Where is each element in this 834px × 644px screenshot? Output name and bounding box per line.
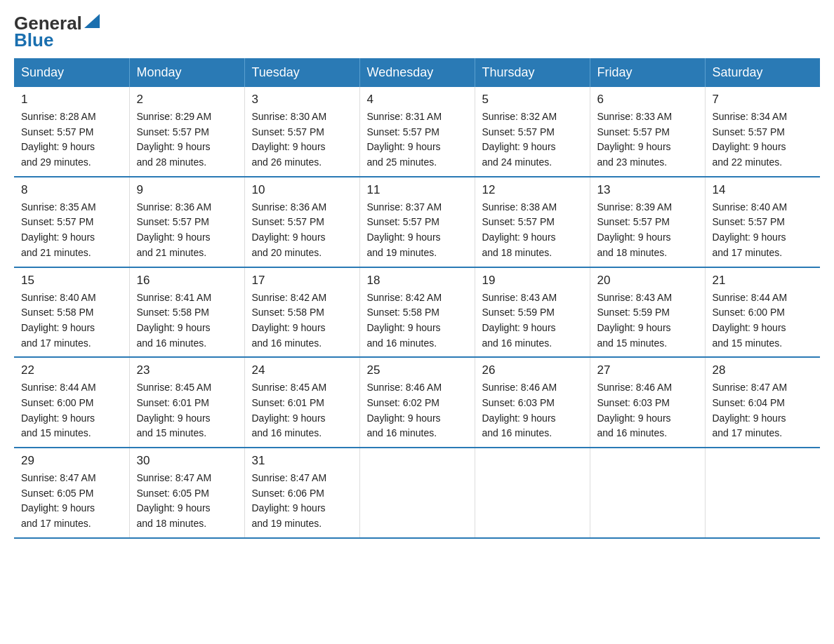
day-info: Sunrise: 8:41 AMSunset: 5:58 PMDaylight:… xyxy=(137,290,237,351)
day-cell-8: 8Sunrise: 8:35 AMSunset: 5:57 PMDaylight… xyxy=(14,177,129,267)
weekday-header-thursday: Thursday xyxy=(475,58,590,87)
day-cell-30: 30Sunrise: 8:47 AMSunset: 6:05 PMDayligh… xyxy=(129,448,244,538)
day-number: 28 xyxy=(713,363,814,377)
day-info: Sunrise: 8:34 AMSunset: 5:57 PMDaylight:… xyxy=(713,109,814,170)
day-cell-4: 4Sunrise: 8:31 AMSunset: 5:57 PMDaylight… xyxy=(359,87,475,177)
day-info: Sunrise: 8:36 AMSunset: 5:57 PMDaylight:… xyxy=(137,200,237,261)
empty-cell xyxy=(705,448,820,538)
day-info: Sunrise: 8:42 AMSunset: 5:58 PMDaylight:… xyxy=(252,290,352,351)
calendar-table: SundayMondayTuesdayWednesdayThursdayFrid… xyxy=(14,58,820,539)
logo: General Blue xyxy=(14,14,100,51)
day-number: 15 xyxy=(21,274,122,288)
day-cell-26: 26Sunrise: 8:46 AMSunset: 6:03 PMDayligh… xyxy=(475,357,590,448)
day-info: Sunrise: 8:39 AMSunset: 5:57 PMDaylight:… xyxy=(597,200,698,261)
weekday-header-tuesday: Tuesday xyxy=(244,58,359,87)
week-row-5: 29Sunrise: 8:47 AMSunset: 6:05 PMDayligh… xyxy=(14,448,820,538)
day-cell-6: 6Sunrise: 8:33 AMSunset: 5:57 PMDaylight… xyxy=(590,87,705,177)
day-cell-21: 21Sunrise: 8:44 AMSunset: 6:00 PMDayligh… xyxy=(705,267,820,358)
day-number: 10 xyxy=(252,183,352,197)
day-cell-11: 11Sunrise: 8:37 AMSunset: 5:57 PMDayligh… xyxy=(359,177,475,267)
day-number: 21 xyxy=(713,274,814,288)
day-cell-22: 22Sunrise: 8:44 AMSunset: 6:00 PMDayligh… xyxy=(14,357,129,448)
empty-cell xyxy=(590,448,705,538)
day-cell-1: 1Sunrise: 8:28 AMSunset: 5:57 PMDaylight… xyxy=(14,87,129,177)
day-cell-3: 3Sunrise: 8:30 AMSunset: 5:57 PMDaylight… xyxy=(244,87,359,177)
weekday-header-row: SundayMondayTuesdayWednesdayThursdayFrid… xyxy=(14,58,820,87)
day-cell-14: 14Sunrise: 8:40 AMSunset: 5:57 PMDayligh… xyxy=(705,177,820,267)
day-info: Sunrise: 8:33 AMSunset: 5:57 PMDaylight:… xyxy=(597,109,698,170)
day-cell-20: 20Sunrise: 8:43 AMSunset: 5:59 PMDayligh… xyxy=(590,267,705,358)
week-row-3: 15Sunrise: 8:40 AMSunset: 5:58 PMDayligh… xyxy=(14,267,820,358)
day-cell-19: 19Sunrise: 8:43 AMSunset: 5:59 PMDayligh… xyxy=(475,267,590,358)
day-info: Sunrise: 8:44 AMSunset: 6:00 PMDaylight:… xyxy=(21,380,122,441)
day-number: 1 xyxy=(21,93,122,107)
day-number: 5 xyxy=(482,93,583,107)
week-row-2: 8Sunrise: 8:35 AMSunset: 5:57 PMDaylight… xyxy=(14,177,820,267)
svg-marker-0 xyxy=(84,14,100,28)
day-cell-15: 15Sunrise: 8:40 AMSunset: 5:58 PMDayligh… xyxy=(14,267,129,358)
day-info: Sunrise: 8:47 AMSunset: 6:05 PMDaylight:… xyxy=(21,471,122,532)
day-number: 7 xyxy=(713,93,814,107)
day-cell-17: 17Sunrise: 8:42 AMSunset: 5:58 PMDayligh… xyxy=(244,267,359,358)
logo-triangle-icon xyxy=(84,14,100,28)
day-number: 17 xyxy=(252,274,352,288)
day-info: Sunrise: 8:42 AMSunset: 5:58 PMDaylight:… xyxy=(367,290,468,351)
day-info: Sunrise: 8:30 AMSunset: 5:57 PMDaylight:… xyxy=(252,109,352,170)
day-info: Sunrise: 8:44 AMSunset: 6:00 PMDaylight:… xyxy=(713,290,814,351)
day-cell-31: 31Sunrise: 8:47 AMSunset: 6:06 PMDayligh… xyxy=(244,448,359,538)
day-cell-23: 23Sunrise: 8:45 AMSunset: 6:01 PMDayligh… xyxy=(129,357,244,448)
day-number: 19 xyxy=(482,274,583,288)
day-info: Sunrise: 8:43 AMSunset: 5:59 PMDaylight:… xyxy=(482,290,583,351)
day-number: 2 xyxy=(137,93,237,107)
day-number: 6 xyxy=(597,93,698,107)
weekday-header-wednesday: Wednesday xyxy=(359,58,475,87)
day-info: Sunrise: 8:31 AMSunset: 5:57 PMDaylight:… xyxy=(367,109,468,170)
weekday-header-sunday: Sunday xyxy=(14,58,129,87)
day-cell-16: 16Sunrise: 8:41 AMSunset: 5:58 PMDayligh… xyxy=(129,267,244,358)
day-cell-9: 9Sunrise: 8:36 AMSunset: 5:57 PMDaylight… xyxy=(129,177,244,267)
day-cell-18: 18Sunrise: 8:42 AMSunset: 5:58 PMDayligh… xyxy=(359,267,475,358)
day-cell-2: 2Sunrise: 8:29 AMSunset: 5:57 PMDaylight… xyxy=(129,87,244,177)
day-info: Sunrise: 8:28 AMSunset: 5:57 PMDaylight:… xyxy=(21,109,122,170)
page-header: General Blue xyxy=(14,14,820,51)
day-number: 14 xyxy=(713,183,814,197)
day-cell-13: 13Sunrise: 8:39 AMSunset: 5:57 PMDayligh… xyxy=(590,177,705,267)
day-number: 13 xyxy=(597,183,698,197)
week-row-4: 22Sunrise: 8:44 AMSunset: 6:00 PMDayligh… xyxy=(14,357,820,448)
day-number: 24 xyxy=(252,363,352,377)
day-info: Sunrise: 8:43 AMSunset: 5:59 PMDaylight:… xyxy=(597,290,698,351)
day-number: 31 xyxy=(252,454,352,468)
day-info: Sunrise: 8:45 AMSunset: 6:01 PMDaylight:… xyxy=(137,380,237,441)
day-number: 11 xyxy=(367,183,468,197)
day-number: 3 xyxy=(252,93,352,107)
day-number: 18 xyxy=(367,274,468,288)
day-info: Sunrise: 8:46 AMSunset: 6:03 PMDaylight:… xyxy=(482,380,583,441)
day-number: 8 xyxy=(21,183,122,197)
day-number: 22 xyxy=(21,363,122,377)
day-info: Sunrise: 8:35 AMSunset: 5:57 PMDaylight:… xyxy=(21,200,122,261)
day-info: Sunrise: 8:46 AMSunset: 6:02 PMDaylight:… xyxy=(367,380,468,441)
empty-cell xyxy=(359,448,475,538)
week-row-1: 1Sunrise: 8:28 AMSunset: 5:57 PMDaylight… xyxy=(14,87,820,177)
day-number: 4 xyxy=(367,93,468,107)
day-cell-28: 28Sunrise: 8:47 AMSunset: 6:04 PMDayligh… xyxy=(705,357,820,448)
day-info: Sunrise: 8:46 AMSunset: 6:03 PMDaylight:… xyxy=(597,380,698,441)
day-number: 26 xyxy=(482,363,583,377)
day-number: 20 xyxy=(597,274,698,288)
logo-blue: Blue xyxy=(14,29,53,51)
day-number: 25 xyxy=(367,363,468,377)
day-info: Sunrise: 8:47 AMSunset: 6:06 PMDaylight:… xyxy=(252,471,352,532)
day-number: 9 xyxy=(137,183,237,197)
day-cell-29: 29Sunrise: 8:47 AMSunset: 6:05 PMDayligh… xyxy=(14,448,129,538)
day-cell-10: 10Sunrise: 8:36 AMSunset: 5:57 PMDayligh… xyxy=(244,177,359,267)
day-info: Sunrise: 8:36 AMSunset: 5:57 PMDaylight:… xyxy=(252,200,352,261)
day-info: Sunrise: 8:40 AMSunset: 5:58 PMDaylight:… xyxy=(21,290,122,351)
weekday-header-friday: Friday xyxy=(590,58,705,87)
day-info: Sunrise: 8:47 AMSunset: 6:04 PMDaylight:… xyxy=(713,380,814,441)
empty-cell xyxy=(475,448,590,538)
day-info: Sunrise: 8:37 AMSunset: 5:57 PMDaylight:… xyxy=(367,200,468,261)
weekday-header-monday: Monday xyxy=(129,58,244,87)
day-number: 29 xyxy=(21,454,122,468)
day-cell-25: 25Sunrise: 8:46 AMSunset: 6:02 PMDayligh… xyxy=(359,357,475,448)
day-info: Sunrise: 8:29 AMSunset: 5:57 PMDaylight:… xyxy=(137,109,237,170)
